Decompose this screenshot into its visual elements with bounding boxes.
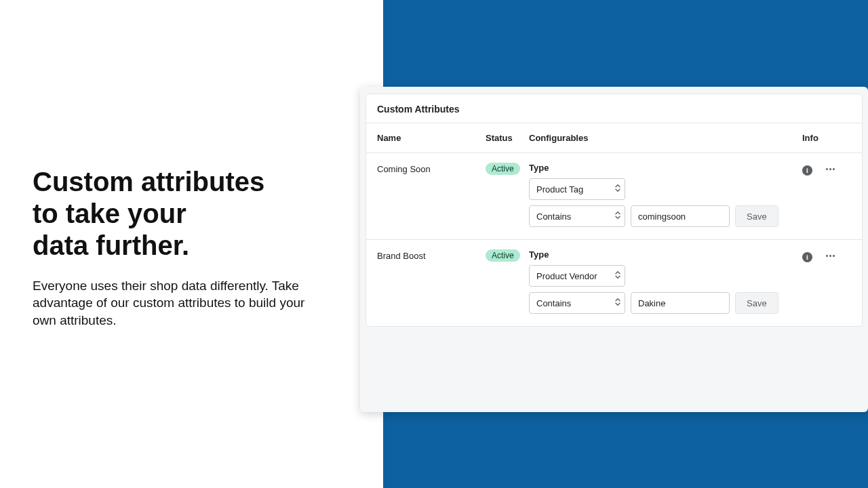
info-icon[interactable]: i <box>802 165 812 176</box>
headline-line: Custom attributes <box>33 167 264 197</box>
table-row: Brand Boost Active Type Product Vendor <box>366 240 862 326</box>
more-icon[interactable] <box>825 252 836 260</box>
custom-attributes-card: Custom Attributes Name Status Configurab… <box>366 94 863 327</box>
headline-line: data further. <box>33 230 189 260</box>
headline: Custom attributes to take your data furt… <box>33 166 324 262</box>
save-button[interactable]: Save <box>735 205 778 227</box>
attribute-status: Active <box>486 163 529 175</box>
headline-line: to take your <box>33 199 186 228</box>
type-select-wrap: Product Vendor <box>529 265 625 287</box>
column-header-configurables: Configurables <box>529 133 802 143</box>
type-label: Type <box>529 249 802 260</box>
column-header-name: Name <box>377 133 486 143</box>
more-icon[interactable] <box>825 165 836 173</box>
type-select[interactable]: Product Tag <box>529 178 625 200</box>
match-value-input[interactable] <box>631 205 730 227</box>
app-panel: Custom Attributes Name Status Configurab… <box>360 87 868 412</box>
type-select[interactable]: Product Vendor <box>529 265 625 287</box>
save-button[interactable]: Save <box>735 292 778 314</box>
operator-select[interactable]: Contains <box>529 292 625 314</box>
attribute-name: Brand Boost <box>377 249 486 261</box>
table-row: Coming Soon Active Type Product Tag <box>366 153 862 240</box>
table-header: Name Status Configurables Info <box>366 123 862 153</box>
column-header-info: Info <box>802 133 851 143</box>
row-actions: i <box>802 249 851 262</box>
card-title: Custom Attributes <box>366 94 862 123</box>
info-icon[interactable]: i <box>802 252 812 262</box>
marketing-body: Everyone uses their shop data differentl… <box>33 277 324 329</box>
operator-select[interactable]: Contains <box>529 205 625 227</box>
attribute-status: Active <box>486 249 529 262</box>
status-badge: Active <box>486 163 520 175</box>
column-header-status: Status <box>486 133 529 143</box>
marketing-copy: Custom attributes to take your data furt… <box>33 166 324 329</box>
configurables-block: Type Product Tag Contains <box>529 163 802 227</box>
row-actions: i <box>802 163 851 176</box>
attribute-name: Coming Soon <box>377 163 486 174</box>
type-label: Type <box>529 163 802 173</box>
operator-select-wrap: Contains <box>529 292 625 314</box>
configurables-block: Type Product Vendor Contains <box>529 249 802 314</box>
match-value-input[interactable] <box>631 292 730 314</box>
operator-select-wrap: Contains <box>529 205 625 227</box>
status-badge: Active <box>486 249 520 262</box>
type-select-wrap: Product Tag <box>529 178 625 200</box>
